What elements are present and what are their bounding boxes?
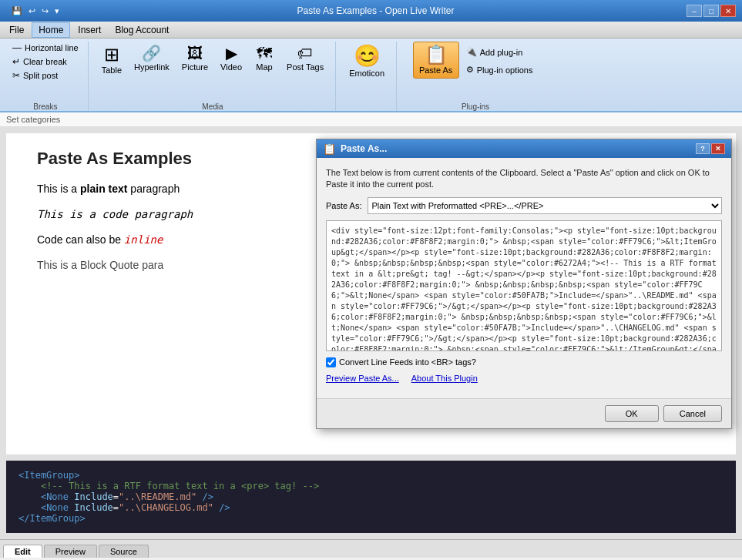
clear-break-label: Clear break <box>23 57 67 66</box>
ribbon-group-media: ⊞ Table 🔗 Hyperlink 🖼 Picture ▶ Video 🗺 … <box>90 42 336 111</box>
ribbon-group-breaks: — Horizontal line ↵ Clear break ✂ Split … <box>3 42 89 111</box>
picture-button[interactable]: 🖼 Picture <box>176 42 213 75</box>
ribbon-group-plugins: 📋 Paste As 🔌 Add plug-in ⚙ Plug-in optio… <box>398 42 552 111</box>
emoticon-label: Emoticon <box>349 69 384 78</box>
category-label: Set categories <box>6 115 60 124</box>
dialog-icon: 📋 <box>323 143 336 155</box>
emoticon-icon: 😊 <box>354 45 381 67</box>
plugin-options-label: Plug-in options <box>477 65 533 75</box>
convert-line-feeds-row: Convert Line Feeds into <BR> tags? <box>326 357 722 367</box>
menu-blog-account[interactable]: Blog Account <box>109 23 175 37</box>
post-tags-button[interactable]: 🏷 Post Tags <box>281 42 329 75</box>
paste-as-icon: 📋 <box>425 45 448 64</box>
source-area: <ItemGroup> <!-- This is a RTF format te… <box>6 461 736 533</box>
map-icon: 🗺 <box>257 45 272 61</box>
hyperlink-icon: 🔗 <box>142 45 161 61</box>
convert-label: Convert Line Feeds into <BR> tags? <box>339 357 476 367</box>
paste-as-dialog: 📋 Paste As... ? ✕ The Text below is from… <box>316 139 732 429</box>
tab-source[interactable]: Source <box>99 545 149 558</box>
menu-file[interactable]: File <box>3 23 30 37</box>
video-icon: ▶ <box>226 45 237 61</box>
picture-label: Picture <box>182 62 208 72</box>
ribbon: — Horizontal line ↵ Clear break ✂ Split … <box>0 39 742 112</box>
map-button[interactable]: 🗺 Map <box>249 42 280 75</box>
dialog-body: The Text below is from current contents … <box>317 158 731 398</box>
source-line-4: <None Include="..\CHANGELOG.md" /> <box>18 502 724 513</box>
split-post-label: Split post <box>23 71 58 80</box>
dialog-controls[interactable]: ? ✕ <box>696 143 725 154</box>
horizontal-line-icon: — <box>12 42 22 53</box>
tab-preview[interactable]: Preview <box>44 545 97 558</box>
menu-bar: File Home Insert Blog Account <box>0 22 742 39</box>
paste-as-row: Paste As: Plain Text with Preformatted <… <box>326 197 722 214</box>
dialog-close-button[interactable]: ✕ <box>711 143 725 154</box>
menu-insert[interactable]: Insert <box>72 23 107 37</box>
hyperlink-label: Hyperlink <box>134 62 170 72</box>
dialog-footer: OK Cancel <box>317 398 731 428</box>
source-line-2: <!-- This is a RTF format text in a <pre… <box>18 481 724 491</box>
video-label: Video <box>220 62 242 72</box>
add-plugin-icon: 🔌 <box>466 47 477 57</box>
source-line-1: <ItemGroup> <box>18 470 724 481</box>
source-line-5: </ItemGroup> <box>18 513 724 524</box>
video-button[interactable]: ▶ Video <box>215 42 247 75</box>
category-bar[interactable]: Set categories <box>0 112 742 127</box>
source-line-3: <None Include="..\README.md" /> <box>18 491 724 502</box>
cancel-button[interactable]: Cancel <box>663 405 722 422</box>
close-button[interactable]: ✕ <box>720 5 736 17</box>
add-plugin-label: Add plug-in <box>480 48 523 57</box>
paste-as-label: Paste As <box>419 65 452 75</box>
dialog-title: Paste As... <box>341 143 387 154</box>
picture-icon: 🖼 <box>187 45 203 61</box>
ok-button[interactable]: OK <box>605 405 659 422</box>
paste-as-select[interactable]: Plain Text with Preformatted <PRE>...</P… <box>368 197 722 214</box>
menu-home[interactable]: Home <box>32 22 70 38</box>
dialog-help-button[interactable]: ? <box>696 143 710 154</box>
window-controls[interactable]: – □ ✕ <box>687 5 736 17</box>
emoticon-button[interactable]: 😊 Emoticon <box>344 42 390 82</box>
qat-save[interactable]: 💾 <box>9 5 25 17</box>
dialog-links: Preview Paste As... About This Plugin <box>326 374 722 383</box>
post-tags-icon: 🏷 <box>297 45 313 61</box>
bottom-tabs: Edit Preview Source <box>0 539 742 558</box>
qat-dropdown[interactable]: ▾ <box>52 5 62 17</box>
add-plugin-button[interactable]: 🔌 Add plug-in <box>461 45 539 59</box>
plugins-group-label: Plug-ins <box>462 102 489 111</box>
table-button[interactable]: ⊞ Table <box>96 42 127 79</box>
qat-redo[interactable]: ↪ <box>39 5 51 17</box>
dialog-titlebar: 📋 Paste As... ? ✕ <box>317 139 731 158</box>
plugin-options-icon: ⚙ <box>466 65 474 75</box>
maximize-button[interactable]: □ <box>703 5 719 17</box>
ribbon-group-emoticon: 😊 Emoticon <box>337 42 397 111</box>
plugin-options-button[interactable]: ⚙ Plug-in options <box>461 62 539 77</box>
post-tags-label: Post Tags <box>287 62 324 72</box>
qat-undo[interactable]: ↩ <box>26 5 38 17</box>
quick-access-toolbar[interactable]: 💾 ↩ ↪ ▾ <box>6 5 65 17</box>
split-post-icon: ✂ <box>12 70 20 81</box>
media-group-label: Media <box>202 102 223 111</box>
horizontal-line-button[interactable]: — Horizontal line <box>9 42 82 54</box>
breaks-group-label: Breaks <box>33 102 57 111</box>
horizontal-line-label: Horizontal line <box>25 43 79 52</box>
clear-break-button[interactable]: ↵ Clear break <box>9 55 70 68</box>
convert-checkbox[interactable] <box>326 357 336 367</box>
paste-as-button[interactable]: 📋 Paste As <box>413 42 459 79</box>
paste-as-field-label: Paste As: <box>326 201 361 210</box>
preview-paste-link[interactable]: Preview Paste As... <box>326 374 399 383</box>
clipboard-preview: <div style="font-size:12pt;font-family:C… <box>326 220 722 351</box>
map-label: Map <box>256 62 272 72</box>
table-label: Table <box>102 65 122 75</box>
table-icon: ⊞ <box>104 45 119 64</box>
hyperlink-button[interactable]: 🔗 Hyperlink <box>129 42 175 75</box>
app-title: Paste As Examples - Open Live Writer <box>65 5 687 16</box>
clear-break-icon: ↵ <box>12 56 20 67</box>
about-plugin-link[interactable]: About This Plugin <box>411 374 478 383</box>
title-bar: 💾 ↩ ↪ ▾ Paste As Examples - Open Live Wr… <box>0 0 742 22</box>
split-post-button[interactable]: ✂ Split post <box>9 69 61 82</box>
dialog-description: The Text below is from current contents … <box>326 167 722 191</box>
minimize-button[interactable]: – <box>687 5 702 17</box>
tab-edit[interactable]: Edit <box>3 545 42 558</box>
